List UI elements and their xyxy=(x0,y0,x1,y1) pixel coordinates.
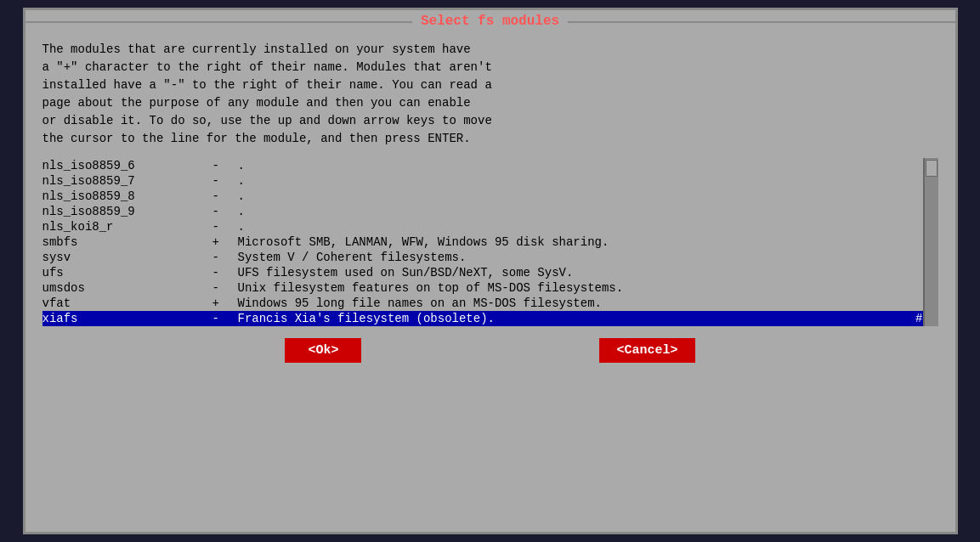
module-name: nls_iso8859_9 xyxy=(42,205,212,218)
module-desc: . xyxy=(238,205,923,218)
dialog-title: Select fs modules xyxy=(412,14,568,29)
module-list-container: nls_iso8859_6-.nls_iso8859_7-.nls_iso885… xyxy=(42,158,938,326)
module-status: - xyxy=(212,312,238,325)
module-row[interactable]: nls_iso8859_7-. xyxy=(42,173,923,189)
hash-indicator: # xyxy=(915,312,922,325)
module-scroll-area: nls_iso8859_6-.nls_iso8859_7-.nls_iso885… xyxy=(42,158,923,326)
title-bar: Select fs modules xyxy=(25,10,955,32)
module-status: - xyxy=(212,220,238,234)
module-status: + xyxy=(212,235,238,249)
ok-button[interactable]: <Ok> xyxy=(285,338,361,363)
module-desc: . xyxy=(238,174,923,188)
module-status: - xyxy=(212,266,238,279)
module-row[interactable]: nls_koi8_r-. xyxy=(42,219,923,234)
module-row[interactable]: ufs-UFS filesystem used on Sun/BSD/NeXT,… xyxy=(42,265,923,280)
scrollbar[interactable] xyxy=(923,158,938,326)
module-name: xiafs xyxy=(42,312,212,325)
module-status: + xyxy=(212,296,238,310)
module-row[interactable]: umsdos-Unix filesystem features on top o… xyxy=(42,280,923,296)
module-row[interactable]: nls_iso8859_8-. xyxy=(42,189,923,204)
module-status: - xyxy=(212,281,238,295)
module-desc: UFS filesystem used on Sun/BSD/NeXT, som… xyxy=(238,266,923,279)
module-row[interactable]: vfat+Windows 95 long file names on an MS… xyxy=(42,296,923,311)
module-name: nls_iso8859_8 xyxy=(42,189,212,203)
module-status: - xyxy=(212,174,238,188)
module-desc: Francis Xia's filesystem (obsolete). xyxy=(238,312,909,325)
description-text: The modules that are currently installed… xyxy=(42,41,938,148)
module-name: nls_koi8_r xyxy=(42,220,212,234)
module-row[interactable]: nls_iso8859_9-. xyxy=(42,204,923,219)
module-status: - xyxy=(212,205,238,218)
module-row[interactable]: sysv-System V / Coherent filesystems. xyxy=(42,250,923,265)
module-row[interactable]: smbfs+Microsoft SMB, LANMAN, WFW, Window… xyxy=(42,234,923,250)
module-row[interactable]: nls_iso8859_6-. xyxy=(42,158,923,173)
module-name: vfat xyxy=(42,296,212,310)
module-name: nls_iso8859_6 xyxy=(42,159,212,172)
module-name: ufs xyxy=(42,266,212,279)
module-status: - xyxy=(212,251,238,264)
buttons-row: <Ok> <Cancel> xyxy=(42,326,938,371)
module-desc: Windows 95 long file names on an MS-DOS … xyxy=(238,296,923,310)
module-name: sysv xyxy=(42,251,212,264)
module-desc: Microsoft SMB, LANMAN, WFW, Windows 95 d… xyxy=(238,235,923,249)
cancel-button[interactable]: <Cancel> xyxy=(599,338,694,363)
module-list: nls_iso8859_6-.nls_iso8859_7-.nls_iso885… xyxy=(42,158,923,326)
module-desc: Unix filesystem features on top of MS-DO… xyxy=(238,281,923,295)
content-area: The modules that are currently installed… xyxy=(25,32,955,532)
module-desc: . xyxy=(238,189,923,203)
module-desc: . xyxy=(238,159,923,172)
module-row[interactable]: xiafs-Francis Xia's filesystem (obsolete… xyxy=(42,311,923,326)
module-status: - xyxy=(212,159,238,172)
module-name: smbfs xyxy=(42,235,212,249)
scroll-thumb xyxy=(926,160,938,177)
module-desc: System V / Coherent filesystems. xyxy=(238,251,923,264)
dialog-window: Select fs modules The modules that are c… xyxy=(23,8,958,534)
module-name: nls_iso8859_7 xyxy=(42,174,212,188)
module-status: - xyxy=(212,189,238,203)
module-name: umsdos xyxy=(42,281,212,295)
module-desc: . xyxy=(238,220,923,234)
